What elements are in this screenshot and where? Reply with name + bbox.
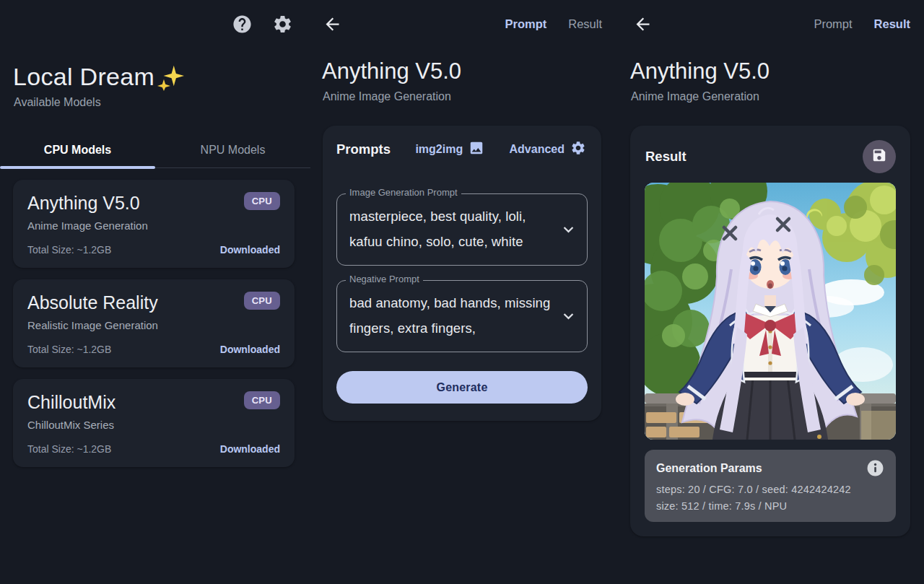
params-line-2: size: 512 / time: 7.9s / NPU — [656, 500, 884, 512]
model-status-badge: Downloaded — [220, 244, 280, 256]
prompt-screen: Prompt Result Anything V5.0 Anime Image … — [310, 0, 621, 584]
active-tab-indicator — [0, 166, 155, 169]
info-button[interactable] — [866, 459, 884, 477]
nav-tab-result[interactable]: Result — [874, 17, 910, 31]
chevron-down-icon — [559, 230, 578, 242]
image-generation-prompt-field[interactable]: Image Generation Prompt masterpiece, bes… — [336, 193, 588, 266]
page-title: Anything V5.0 — [621, 34, 924, 85]
model-card-bottom: Total Size: ~1.2GB Downloaded — [27, 443, 280, 455]
img2img-label: img2img — [415, 143, 463, 156]
generated-anime-image — [645, 183, 896, 440]
prompt-result-tabs: Prompt Result — [814, 17, 910, 31]
cpu-badge: CPU — [244, 292, 280, 310]
arrow-left-icon — [323, 24, 342, 36]
expand-prompt-button[interactable] — [559, 220, 578, 240]
result-screen-nav: Prompt Result — [621, 0, 924, 34]
back-button[interactable] — [323, 14, 342, 34]
models-subtitle: Available Models — [0, 91, 310, 109]
gear-icon — [272, 14, 293, 38]
model-list: Anything V5.0 CPU Anime Image Generation… — [0, 168, 310, 467]
model-card-chilloutmix[interactable]: ChilloutMix CPU ChilloutMix Series Total… — [13, 379, 295, 467]
model-card-bottom: Total Size: ~1.2GB Downloaded — [27, 344, 280, 355]
generation-params-header: Generation Params — [656, 459, 884, 477]
prompt-screen-nav: Prompt Result — [310, 0, 621, 34]
info-icon — [866, 467, 884, 479]
result-card: Result — [630, 126, 910, 536]
models-screen: Local Dream Available Models CPU Models … — [0, 0, 310, 584]
advanced-label: Advanced — [510, 143, 565, 156]
result-card-header: Result — [645, 140, 896, 173]
prompts-card-header: Prompts img2img Advanced — [335, 140, 589, 159]
gear-icon — [570, 140, 586, 159]
field-label: Negative Prompt — [346, 274, 423, 284]
img2img-button[interactable]: img2img — [415, 140, 484, 159]
field-label: Image Generation Prompt — [346, 187, 461, 198]
model-size: Total Size: ~1.2GB — [27, 443, 111, 455]
params-line-1: steps: 20 / CFG: 7.0 / seed: 4242424242 — [656, 484, 884, 495]
prompts-card: Prompts img2img Advanced Image Generatio… — [323, 126, 601, 421]
nav-tab-prompt[interactable]: Prompt — [814, 17, 852, 31]
model-name: ChilloutMix — [27, 391, 116, 413]
model-name: Anything V5.0 — [27, 192, 140, 214]
model-description: ChilloutMix Series — [27, 419, 280, 431]
prompts-label: Prompts — [336, 141, 391, 157]
cpu-badge: CPU — [244, 192, 280, 210]
model-status-badge: Downloaded — [220, 344, 280, 355]
page-title: Anything V5.0 — [310, 34, 621, 85]
help-circle-icon — [232, 14, 253, 38]
save-floppy-icon — [871, 147, 887, 166]
help-button[interactable] — [232, 15, 253, 36]
negative-prompt-field[interactable]: Negative Prompt bad anatomy, bad hands, … — [336, 280, 588, 352]
arrow-left-icon — [633, 24, 653, 36]
model-size: Total Size: ~1.2GB — [27, 244, 111, 256]
generate-button[interactable]: Generate — [336, 371, 588, 404]
model-card-anything-v5[interactable]: Anything V5.0 CPU Anime Image Generation… — [13, 180, 295, 268]
model-card-top: ChilloutMix CPU — [27, 391, 280, 413]
image-icon — [468, 140, 484, 159]
prompt-result-tabs: Prompt Result — [505, 17, 602, 31]
cpu-badge: CPU — [244, 391, 280, 409]
nav-tab-prompt[interactable]: Prompt — [505, 17, 546, 31]
model-card-top: Absolute Reality CPU — [27, 292, 280, 313]
model-card-absolute-reality[interactable]: Absolute Reality CPU Realistic Image Gen… — [13, 279, 295, 367]
model-type-tabs: CPU Models NPU Models — [0, 135, 310, 168]
model-name: Absolute Reality — [27, 292, 158, 313]
model-card-top: Anything V5.0 CPU — [27, 192, 280, 214]
model-description: Anime Image Generation — [27, 219, 280, 232]
model-size: Total Size: ~1.2GB — [27, 344, 111, 355]
app-title: Local Dream — [13, 62, 154, 91]
model-description: Realistic Image Generation — [27, 319, 280, 331]
page-subtitle: Anime Image Generation — [310, 85, 621, 103]
generation-params-panel: Generation Params steps: 20 / CFG: 7.0 /… — [645, 450, 896, 522]
local-dream-app: Local Dream Available Models CPU Models … — [0, 0, 924, 584]
model-status-badge: Downloaded — [220, 443, 280, 455]
sparkles-icon — [157, 64, 184, 91]
models-header — [0, 0, 310, 36]
save-image-button[interactable] — [863, 140, 896, 173]
advanced-button[interactable]: Advanced — [510, 140, 586, 159]
generation-params-title: Generation Params — [656, 462, 762, 475]
model-card-bottom: Total Size: ~1.2GB Downloaded — [27, 244, 280, 256]
result-screen: Prompt Result Anything V5.0 Anime Image … — [621, 0, 924, 584]
negative-prompt-text: bad anatomy, bad hands, missing fingers,… — [349, 290, 552, 341]
app-title-row: Local Dream — [0, 36, 310, 91]
result-label: Result — [645, 149, 687, 165]
tab-npu-models[interactable]: NPU Models — [155, 135, 310, 167]
prompt-text: masterpiece, best quality, loli, kafuu c… — [349, 204, 552, 254]
expand-negative-prompt-button[interactable] — [559, 307, 578, 326]
tab-cpu-models[interactable]: CPU Models — [0, 135, 155, 167]
back-button[interactable] — [633, 14, 653, 34]
nav-tab-result[interactable]: Result — [568, 17, 602, 31]
chevron-down-icon — [559, 316, 578, 328]
page-subtitle: Anime Image Generation — [621, 85, 924, 103]
settings-button[interactable] — [272, 15, 293, 36]
